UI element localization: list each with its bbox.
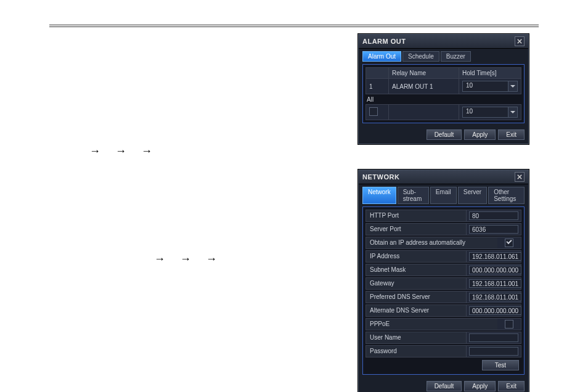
chevron-down-icon <box>508 107 517 117</box>
tab-schedule[interactable]: Schedule <box>402 51 439 62</box>
close-icon[interactable] <box>515 36 525 46</box>
server-port-input[interactable]: 6036 <box>469 225 518 234</box>
tab-alarm-out[interactable]: Alarm Out <box>362 51 401 62</box>
tab-email[interactable]: Email <box>430 187 457 204</box>
row-index: 1 <box>366 79 389 94</box>
chevron-down-icon <box>508 81 517 91</box>
default-button[interactable]: Default <box>427 129 462 140</box>
row-pref-dns: Preferred DNS Server 192.168.011.001 <box>365 291 521 303</box>
arrow-sequence-1: →→→ <box>89 145 167 158</box>
network-buttons: Default Apply Exit <box>359 378 528 392</box>
alarm-buttons: Default Apply Exit <box>359 127 528 144</box>
pppoe-checkbox[interactable] <box>505 320 513 329</box>
relay-name-cell: ALARM OUT 1 <box>389 79 459 94</box>
alarm-titlebar: ALARM OUT <box>359 35 528 49</box>
network-titlebar: NETWORK <box>359 170 528 184</box>
col-blank <box>366 68 389 79</box>
default-button[interactable]: Default <box>427 381 462 391</box>
row-password: Password <box>365 345 521 357</box>
close-icon[interactable] <box>515 172 525 182</box>
row-gateway: Gateway 192.168.011.001 <box>365 277 521 290</box>
password-input[interactable] <box>469 347 518 356</box>
tab-substream[interactable]: Sub-stream <box>398 187 429 204</box>
row-alt-dns: Alternate DNS Server 000.000.000.000 <box>365 304 521 317</box>
row-http-port: HTTP Port 80 <box>365 210 521 222</box>
row-obtain-ip: Obtain an IP address automatically <box>365 237 521 249</box>
table-row: 1 ALARM OUT 1 10 <box>366 79 521 94</box>
preferred-dns-input[interactable]: 192.168.011.001 <box>469 293 521 301</box>
test-button[interactable]: Test <box>482 360 519 370</box>
network-dialog: NETWORK Network Sub-stream Email Server … <box>358 169 529 392</box>
row-server-port: Server Port 6036 <box>365 223 521 235</box>
ip-address-input[interactable]: 192.168.011.061 <box>469 252 521 261</box>
all-checkbox[interactable] <box>369 107 378 116</box>
gateway-input[interactable]: 192.168.011.001 <box>469 279 521 288</box>
apply-button[interactable]: Apply <box>464 381 496 391</box>
row-user-name: User Name <box>365 332 521 344</box>
exit-button[interactable]: Exit <box>498 381 525 391</box>
tab-server[interactable]: Server <box>458 187 487 204</box>
tab-network[interactable]: Network <box>362 187 396 204</box>
row-ip-address: IP Address 192.168.011.061 <box>365 250 521 263</box>
apply-button[interactable]: Apply <box>464 129 496 140</box>
alarm-inner: Relay Name Hold Time[s] 1 ALARM OUT 1 10… <box>362 64 525 123</box>
arrow-sequence-2: →→→ <box>154 253 232 266</box>
alarm-title: ALARM OUT <box>362 38 406 45</box>
row-pppoe: PPPoE <box>365 318 521 330</box>
row-subnet-mask: Subnet Mask 000.000.000.000 <box>365 264 521 276</box>
col-hold-time: Hold Time[s] <box>459 68 521 79</box>
exit-button[interactable]: Exit <box>498 129 525 140</box>
http-port-input[interactable]: 80 <box>469 211 518 220</box>
alarm-tabs: Alarm Out Schedule Buzzer <box>359 49 528 62</box>
network-inner: HTTP Port 80 Server Port 6036 Obtain an … <box>362 206 525 375</box>
subnet-mask-input[interactable]: 000.000.000.000 <box>469 266 521 274</box>
tab-buzzer[interactable]: Buzzer <box>441 51 471 62</box>
tab-other-settings[interactable]: Other Settings <box>488 187 525 204</box>
network-tabs: Network Sub-stream Email Server Other Se… <box>359 184 528 204</box>
alarm-out-dialog: ALARM OUT Alarm Out Schedule Buzzer Rela… <box>358 34 529 144</box>
horizontal-rule <box>49 25 539 27</box>
username-input[interactable] <box>469 333 518 342</box>
obtain-ip-checkbox[interactable] <box>505 239 513 247</box>
all-hold-time-select[interactable]: 10 <box>462 107 518 118</box>
col-relay-name: Relay Name <box>389 68 459 79</box>
alternate-dns-input[interactable]: 000.000.000.000 <box>469 306 521 315</box>
all-label: All <box>365 96 521 103</box>
network-title: NETWORK <box>362 173 399 181</box>
table-row: 10 <box>366 105 521 120</box>
hold-time-select[interactable]: 10 <box>462 81 518 92</box>
